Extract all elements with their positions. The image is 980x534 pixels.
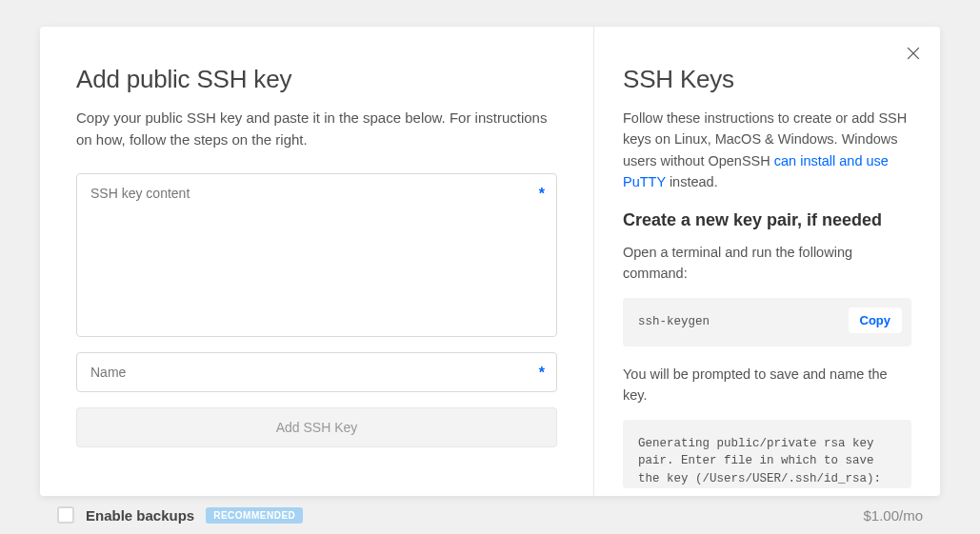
help-section-para: Open a terminal and run the following co… bbox=[623, 242, 911, 285]
enable-backups-checkbox[interactable] bbox=[57, 506, 74, 524]
modal-right-panel: SSH Keys Follow these instructions to cr… bbox=[594, 27, 940, 496]
close-icon bbox=[904, 44, 923, 63]
ssh-content-field-wrapper: SSH key content * bbox=[76, 173, 557, 337]
copy-button[interactable]: Copy bbox=[849, 307, 903, 333]
modal-subtitle: Copy your public SSH key and paste it in… bbox=[76, 108, 557, 150]
required-asterisk-icon: * bbox=[539, 186, 545, 203]
help-intro: Follow these instructions to create or a… bbox=[623, 108, 911, 193]
close-button[interactable] bbox=[904, 44, 923, 63]
enable-backups-label: Enable backups bbox=[86, 507, 194, 524]
required-asterisk-icon: * bbox=[539, 365, 545, 382]
ssh-name-field-wrapper: Name * bbox=[76, 352, 557, 392]
output-code-block: Generating public/private rsa key pair. … bbox=[623, 420, 911, 488]
command-code-block: ssh-keygenCopy bbox=[623, 298, 911, 346]
add-ssh-key-button[interactable]: Add SSH Key bbox=[76, 407, 557, 447]
recommended-badge: RECOMMENDED bbox=[206, 507, 303, 524]
ssh-key-modal: Add public SSH key Copy your public SSH … bbox=[40, 27, 940, 496]
help-intro-suffix: instead. bbox=[666, 174, 718, 189]
backup-price: $1.00/mo bbox=[863, 507, 923, 524]
background-content: Enable backups RECOMMENDED $1.00/mo bbox=[0, 496, 980, 534]
modal-left-panel: Add public SSH key Copy your public SSH … bbox=[40, 27, 594, 496]
ssh-name-input[interactable] bbox=[77, 353, 556, 391]
help-title: SSH Keys bbox=[623, 65, 911, 94]
enable-backups-row: Enable backups RECOMMENDED bbox=[57, 506, 303, 524]
ssh-content-input[interactable] bbox=[77, 174, 556, 336]
help-prompt-para: You will be prompted to save and name th… bbox=[623, 364, 911, 406]
command-text: ssh-keygen bbox=[638, 315, 710, 328]
modal-title: Add public SSH key bbox=[76, 65, 557, 94]
help-section-title: Create a new key pair, if needed bbox=[623, 210, 911, 230]
